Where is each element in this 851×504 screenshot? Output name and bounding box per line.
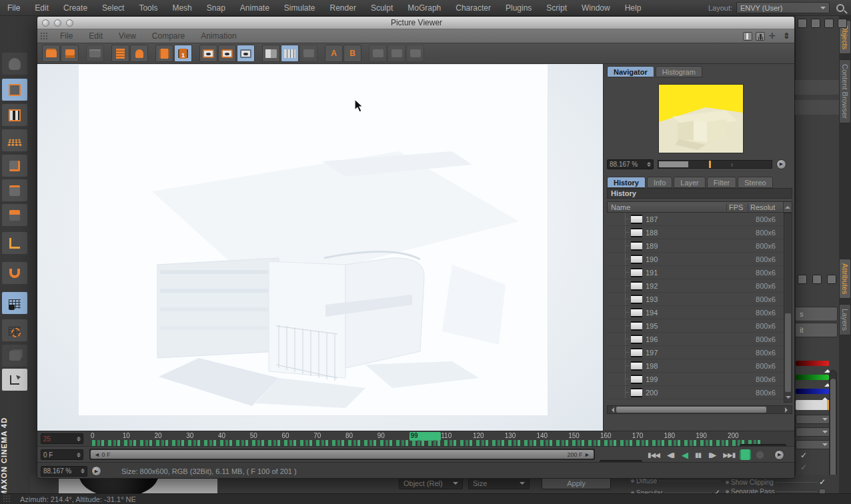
ram-player-icon[interactable] — [741, 449, 750, 460]
green-channel-slider[interactable] — [796, 375, 829, 380]
history-row[interactable]: 194 800x6 — [607, 306, 784, 319]
background-dropdown[interactable] — [796, 427, 830, 437]
ab-layout-button[interactable] — [387, 45, 405, 62]
grip-icon[interactable] — [40, 32, 48, 41]
history-row[interactable]: 199 800x6 — [607, 373, 784, 386]
column-name[interactable]: Name — [608, 203, 727, 211]
save-file-button[interactable] — [61, 45, 79, 62]
stepper-icon[interactable] — [74, 451, 81, 459]
app-menu-item[interactable]: Character — [448, 3, 498, 13]
coordinate-system-button[interactable] — [1, 231, 28, 255]
add-icon[interactable] — [838, 19, 847, 28]
image-viewport[interactable] — [37, 64, 603, 431]
app-menu-item[interactable]: Snap — [199, 3, 233, 13]
app-menu-item[interactable]: Simulate — [277, 3, 323, 13]
workplane-mode-button[interactable] — [1, 129, 28, 152]
prev-frame-button[interactable]: ◀▮ — [667, 451, 674, 459]
history-row[interactable]: 195 800x6 — [607, 319, 784, 333]
pause-button[interactable]: ▮▮ — [695, 451, 701, 459]
app-menu-item[interactable]: Animate — [233, 3, 277, 13]
goto-end-button[interactable]: ▶▶▮ — [723, 451, 735, 459]
history-row[interactable]: 196 800x6 — [607, 333, 784, 346]
points-mode-button[interactable] — [1, 154, 28, 177]
app-menu-item[interactable]: Help — [618, 3, 649, 13]
history-tab[interactable]: Info — [647, 177, 672, 188]
scrollbar-thumb[interactable] — [785, 313, 791, 392]
pv-menu-item[interactable]: File — [52, 31, 81, 41]
workplane-rotate-button[interactable] — [1, 319, 28, 342]
scroll-view-icon[interactable] — [781, 32, 790, 41]
preview-range-bar[interactable]: ◄ 0 F 200 F ► — [91, 450, 594, 459]
scrollbar-thumb[interactable] — [616, 407, 766, 413]
navigator-tab[interactable]: Navigator — [607, 66, 654, 77]
app-menu-item[interactable]: Script — [539, 3, 574, 13]
app-menu-item[interactable]: Edit — [27, 3, 56, 13]
add-icon[interactable] — [827, 275, 836, 284]
navigator-options-button[interactable]: ▶ — [776, 159, 786, 169]
window-titlebar[interactable]: Picture Viewer — [37, 17, 795, 29]
object-rel-dropdown[interactable]: Object (Rel) — [399, 477, 463, 489]
modeling-settings-button[interactable] — [1, 344, 28, 367]
view-camera-button[interactable] — [237, 45, 255, 62]
open-file-button[interactable] — [42, 45, 60, 62]
background-button-fragment[interactable]: it — [795, 323, 838, 337]
history-row[interactable]: 191 800x6 — [607, 266, 784, 279]
timeline-ruler[interactable]: 0102030405060708090991101201301401501601… — [91, 432, 766, 440]
app-menu-item[interactable]: MoGraph — [400, 3, 448, 13]
red-channel-slider[interactable] — [796, 361, 829, 366]
history-tab[interactable]: Filter — [707, 177, 736, 188]
history-row[interactable]: 187 800x6 — [607, 213, 784, 226]
next-frame-button[interactable]: ▮▶ — [708, 451, 716, 459]
framerate-field[interactable]: 25 — [41, 433, 83, 444]
app-menu-item[interactable]: Sculpt — [363, 3, 400, 13]
history-row[interactable]: 188 800x6 — [607, 226, 784, 239]
grip-icon[interactable] — [3, 495, 11, 503]
column-fps[interactable]: FPS — [727, 203, 748, 211]
model-mode-button[interactable] — [1, 78, 28, 101]
ram-user-button[interactable] — [130, 45, 148, 62]
play-reverse-button[interactable]: ◀ — [682, 450, 688, 460]
navigator-zoom-slider[interactable] — [658, 160, 772, 169]
preview-range-slider[interactable]: ◄ 0 F 200 F ► — [89, 449, 595, 460]
side-tab[interactable]: Content Browser — [839, 59, 851, 123]
checkbox-checked-dim[interactable]: ✓ — [800, 463, 807, 472]
pv-menu-item[interactable]: Edit — [81, 31, 111, 41]
scroll-up-button[interactable] — [783, 202, 792, 212]
view-zoom-field[interactable]: 88.167 % — [41, 466, 87, 477]
cache-disk-button[interactable]: 1 — [174, 45, 192, 62]
app-menu-item[interactable]: Plugins — [498, 3, 539, 13]
side-tab[interactable]: Layers — [839, 304, 851, 335]
new-panel-icon[interactable] — [756, 32, 765, 41]
search-icon[interactable] — [836, 4, 844, 12]
apply-button[interactable]: Apply — [542, 477, 611, 489]
timeline-keyframe-ticks[interactable] — [92, 440, 764, 446]
navigator-thumbnail[interactable] — [658, 84, 744, 153]
background-dropdown[interactable] — [796, 415, 830, 424]
eye-icon[interactable] — [824, 19, 834, 28]
ram-load-button[interactable] — [111, 45, 129, 62]
workplane-lock-button[interactable] — [1, 291, 28, 315]
pv-menu-item[interactable]: View — [111, 31, 144, 41]
history-row[interactable]: 193 800x6 — [607, 293, 784, 306]
split-view-icon[interactable] — [743, 32, 752, 41]
side-tab[interactable]: Attributes — [839, 259, 851, 299]
history-row[interactable]: 198 800x6 — [607, 359, 784, 373]
goto-start-button[interactable]: ▮◀◀ — [648, 451, 660, 459]
view-image-a-button[interactable] — [199, 45, 217, 62]
navigator-tab[interactable]: Histogram — [656, 66, 702, 77]
polygons-mode-button[interactable] — [1, 203, 28, 227]
history-tab[interactable]: Layer — [674, 177, 706, 188]
compare-grid-button[interactable] — [281, 45, 299, 62]
filmstrip-button[interactable] — [86, 45, 104, 62]
home-icon[interactable] — [811, 19, 820, 28]
background-button-fragment[interactable]: s — [795, 307, 838, 321]
history-horizontal-scrollbar[interactable] — [607, 405, 792, 414]
app-menu-item[interactable]: File — [0, 3, 27, 13]
lock-icon[interactable] — [798, 275, 807, 284]
history-row[interactable]: 190 800x6 — [607, 253, 784, 266]
compare-off-button[interactable] — [299, 45, 317, 62]
pv-menu-item[interactable]: Animation — [193, 31, 244, 41]
app-menu-item[interactable]: Select — [95, 3, 131, 13]
scroll-left-button[interactable] — [609, 407, 614, 413]
history-tab[interactable]: Stereo — [738, 177, 772, 188]
